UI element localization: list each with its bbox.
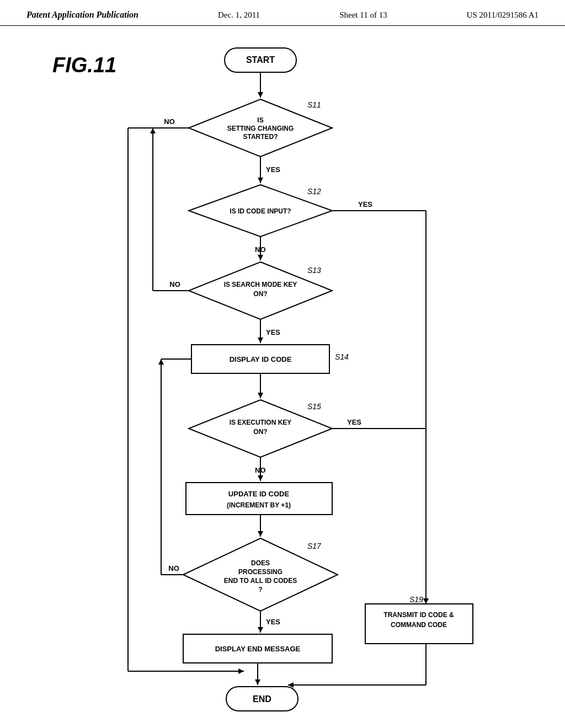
- svg-marker-50: [258, 475, 263, 481]
- svg-text:IS: IS: [257, 116, 263, 124]
- svg-text:NO: NO: [255, 245, 266, 254]
- svg-marker-57: [258, 531, 263, 537]
- svg-text:(INCREMENT BY +1): (INCREMENT BY +1): [227, 501, 291, 509]
- svg-text:COMMAND CODE: COMMAND CODE: [391, 621, 447, 629]
- svg-text:S14: S14: [335, 352, 349, 361]
- svg-marker-35: [258, 338, 263, 343]
- svg-text:DOES: DOES: [251, 559, 270, 567]
- svg-text:ON?: ON?: [253, 290, 267, 298]
- svg-text:ON?: ON?: [253, 428, 267, 436]
- svg-text:TRANSMIT ID CODE &: TRANSMIT ID CODE &: [383, 611, 454, 619]
- svg-marker-67: [158, 359, 164, 365]
- svg-text:YES: YES: [358, 200, 372, 208]
- svg-text:UPDATE ID CODE: UPDATE ID CODE: [228, 490, 290, 498]
- svg-text:END TO ALL ID CODES: END TO ALL ID CODES: [224, 577, 297, 585]
- publication-label: Patent Application Publication: [26, 10, 138, 20]
- svg-text:NO: NO: [169, 280, 180, 288]
- svg-marker-80: [255, 679, 260, 685]
- date-label: Dec. 1, 2011: [218, 10, 260, 20]
- svg-text:PROCESSING: PROCESSING: [238, 568, 282, 576]
- flowchart-svg: START S11 IS SETTING CHANGING STARTED? N…: [84, 42, 481, 715]
- svg-text:S13: S13: [307, 266, 321, 275]
- svg-text:END: END: [253, 694, 271, 704]
- svg-text:YES: YES: [347, 418, 361, 426]
- svg-text:S19: S19: [409, 595, 423, 604]
- svg-text:YES: YES: [266, 618, 280, 626]
- svg-text:SETTING CHANGING: SETTING CHANGING: [227, 125, 294, 132]
- svg-marker-15: [258, 178, 263, 183]
- svg-marker-13: [238, 668, 244, 674]
- svg-text:?: ?: [258, 586, 262, 593]
- page-header: Patent Application Publication Dec. 1, 2…: [0, 0, 565, 26]
- svg-marker-24: [258, 255, 263, 260]
- svg-text:START: START: [246, 55, 275, 65]
- svg-marker-33: [150, 128, 156, 133]
- patent-number-label: US 2011/0291586 A1: [467, 10, 539, 20]
- svg-text:YES: YES: [266, 165, 280, 174]
- svg-text:YES: YES: [266, 328, 280, 336]
- svg-marker-87: [423, 598, 429, 604]
- sheet-label: Sheet 11 of 13: [339, 10, 387, 20]
- svg-text:DISPLAY ID CODE: DISPLAY ID CODE: [230, 355, 292, 363]
- svg-text:IS EXECUTION KEY: IS EXECUTION KEY: [230, 419, 292, 426]
- svg-marker-3: [258, 92, 263, 98]
- svg-text:IS SEARCH MODE KEY: IS SEARCH MODE KEY: [224, 281, 297, 288]
- svg-rect-53: [186, 483, 332, 515]
- diagram-area: FIG.11 START S11 IS SETTING CHANGING STA…: [0, 26, 565, 721]
- svg-text:NO: NO: [168, 564, 179, 572]
- svg-marker-70: [258, 627, 263, 633]
- svg-text:NO: NO: [164, 117, 175, 126]
- svg-text:STARTED?: STARTED?: [243, 133, 278, 141]
- svg-text:S12: S12: [307, 187, 321, 196]
- svg-text:DISPLAY END MESSAGE: DISPLAY END MESSAGE: [215, 645, 301, 653]
- svg-text:S11: S11: [307, 100, 321, 109]
- svg-marker-41: [258, 393, 263, 398]
- svg-text:IS ID CODE INPUT?: IS ID CODE INPUT?: [230, 207, 291, 215]
- svg-text:S17: S17: [307, 542, 322, 550]
- svg-text:NO: NO: [255, 466, 266, 474]
- svg-text:S15: S15: [307, 402, 321, 411]
